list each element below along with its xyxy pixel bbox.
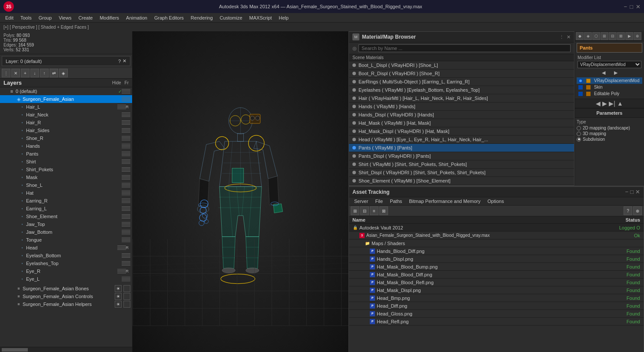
list-item[interactable]: ≡ Surgeon_Female_Asian Bones ☀ [0,285,132,292]
menu-modifiers[interactable]: Modifiers [96,14,123,21]
menu-animation[interactable]: Animation [123,14,151,21]
asset-row[interactable]: PHat_Mask_Blood_Diff.png Found [349,271,644,279]
list-item[interactable]: ◦Hair_R [0,119,132,126]
mat-list-item[interactable]: Shoe_Element ( VRayMtl ) [Shoe_Element] [349,177,574,185]
mod-icon-btn[interactable]: ⊞ [601,32,608,40]
mat-browser-options[interactable]: ⋮ [559,34,564,40]
mod-nav-prev[interactable]: ◀ [596,100,601,107]
freeze-btn[interactable] [123,301,130,308]
asset-row[interactable]: PHead_Diff.png Found [349,302,644,310]
visibility-btn[interactable]: ☀ [115,285,122,292]
mat-list-item[interactable]: Hair ( VRayHairMtl ) [Hair_L, Hair_Neck,… [349,94,574,103]
list-item[interactable]: ◦Shoe_L [0,181,132,189]
menu-tools[interactable]: Tools [17,14,35,21]
asset-row[interactable]: PHead_Refl.png Found [349,318,644,325]
list-item[interactable]: ◦Hands [0,142,132,150]
modifier-list-item[interactable]: Editable Poly [577,90,642,97]
freeze-btn[interactable] [123,285,130,292]
list-item[interactable]: ◦Jaw_Top [0,220,132,228]
modifier-list-item[interactable]: VRayDisplacementMod [577,77,642,84]
list-item[interactable]: ◦Hair_Sides [0,126,132,134]
mat-list-item[interactable]: Pants_Displ ( VRayHDRI ) [Pants] [349,152,574,160]
minimize-btn[interactable]: − [624,3,627,10]
list-item[interactable]: ◦Pants [0,150,132,158]
asset-row[interactable]: PHat_Mask_Blood_Refl.png Found [349,279,644,286]
asset-close-btn[interactable]: ✕ [635,189,640,195]
asset-tracking-controls[interactable]: − □ ✕ [625,189,640,195]
layer-close-btn[interactable]: ✕ [123,58,126,64]
asset-row[interactable]: 3 Asian_Female_Surgeon_Stained_with_Bloo… [349,232,644,239]
mod-nav-end[interactable]: ▶| [609,100,615,107]
list-item[interactable]: ◈ Surgeon_Female_Asian [0,95,132,103]
visibility-btn[interactable]: ☀ [115,293,122,300]
modifier-dropdown[interactable]: VRayDisplacementMod [578,61,641,68]
asset-menu-bitmap[interactable]: Bitmap Performance and Memory [405,197,484,205]
mod-radio-2d[interactable]: 2D mapping (landscape) [577,125,642,131]
menu-group[interactable]: Group [35,14,56,21]
visibility-btn[interactable]: ☀ [115,301,122,308]
list-item[interactable]: ◦Shoe_Element [0,213,132,220]
asset-tool-3[interactable]: ≡ [370,206,378,215]
list-item[interactable]: ◦Eye_L [0,275,132,283]
mod-icon-btn[interactable]: ◆ [576,32,584,40]
asset-tool-4[interactable]: ⊠ [379,206,388,215]
mod-nav-next[interactable]: ▶ [602,100,607,107]
mat-list-item[interactable]: Head ( VRayMtl ) [Eye_L, Eye_R, Hair_L, … [349,136,574,144]
layer-tool-arrows[interactable]: ⇄ [50,69,58,77]
asset-maximize-btn[interactable]: □ [630,189,634,195]
mod-icon-btn[interactable]: ⊟ [609,32,617,40]
mat-list-item[interactable]: Shirt ( VRayMtl ) [Shirt, Shirt_Pokets, … [349,160,574,169]
asset-row[interactable]: 🔒 Autodesk Vault 2012 Logged O [349,224,644,232]
list-item[interactable]: ◦Shirt [0,158,132,166]
asset-menu-paths[interactable]: Paths [386,197,405,205]
asset-tool-help[interactable]: ? [624,206,632,215]
list-item[interactable]: ◦Eye_RR [0,267,132,275]
list-item[interactable]: ◦Mask [0,173,132,181]
list-item[interactable]: ≡ Surgeon_Female_Asian Helpers ☀ [0,300,132,308]
asset-menu-options[interactable]: Options [484,197,508,205]
layer-tool-plus[interactable]: + [21,69,30,77]
layer-tool-up[interactable]: ↑ [40,69,49,77]
list-item[interactable]: ◦HeadR [0,244,132,252]
mat-browser-controls[interactable]: ⋮ ✕ [559,34,571,40]
list-item[interactable]: ◦Earring_R [0,197,132,205]
asset-row[interactable]: PHead_Gloss.png Found [349,310,644,318]
window-controls[interactable]: − □ ✕ [624,3,641,10]
menu-rendering[interactable]: Rendering [187,14,216,21]
layer-list[interactable]: ≡ 0 (default) ✓ ◈ Surgeon_Female_Asian ◦… [0,87,132,347]
layer-tool-down[interactable]: ↓ [30,69,39,77]
list-item[interactable]: ◦Tongue [0,236,132,244]
asset-row[interactable]: PHands_Displ.png Found [349,255,644,263]
asset-row[interactable]: PHat_Mask_Blood_Bump.png Found [349,263,644,271]
layer-tool-1[interactable]: ⋮ [2,69,10,77]
list-item[interactable]: ◦Eyelashes_Top [0,259,132,267]
asset-tool-link[interactable]: ⊕ [633,206,642,215]
mat-list-item[interactable]: Hands_Displ ( VRayHDRI ) [Hands] [349,111,574,119]
list-item[interactable]: ◦Hair_Neck [0,111,132,119]
mod-radio-subdiv[interactable]: Subdivision [577,136,642,142]
list-item[interactable]: ◦Hair_LR [0,103,132,111]
asset-row[interactable]: PHead_Bmp.png Found [349,294,644,302]
mat-list-item[interactable]: Shirt_Displ ( VRayHDRI ) [Shirt, Shirt_P… [349,169,574,177]
mat-list-item[interactable]: EarRings ( Multi/Sub-Object ) [Earring_L… [349,78,574,86]
mod-icon-btn[interactable]: ⊠ [617,32,625,40]
asset-minimize-btn[interactable]: − [625,189,629,195]
close-btn[interactable]: ✕ [636,3,641,10]
mat-list[interactable]: Boot_L_Displ ( VRayHDRI ) [Shoe_L] Boot_… [349,61,574,185]
menu-views[interactable]: Views [55,14,75,21]
mat-browser-close-btn[interactable]: ✕ [567,34,571,40]
list-item[interactable]: ≡ 0 (default) ✓ [0,87,132,95]
mat-search-input[interactable] [359,44,571,52]
mat-list-item[interactable]: Hat_Mask ( VRayMtl ) [Hat, Mask] [349,119,574,127]
menu-create[interactable]: Create [75,14,96,21]
maximize-btn[interactable]: □ [630,3,633,10]
mod-radio-3d[interactable]: 3D mapping [577,131,642,136]
layer-tool-x[interactable]: ✕ [11,69,20,77]
freeze-btn[interactable] [123,293,130,300]
menu-maxscript[interactable]: MAXScript [246,14,276,21]
mod-icon-btn[interactable]: ▶ [625,32,633,40]
menu-customize[interactable]: Customize [216,14,246,21]
menu-edit[interactable]: Edit [2,14,17,21]
mat-list-item[interactable]: Hat_Mask_Displ ( VRayHDRI ) [Hat, Mask] [349,127,574,136]
modifier-list-item[interactable]: Skin [577,84,642,90]
